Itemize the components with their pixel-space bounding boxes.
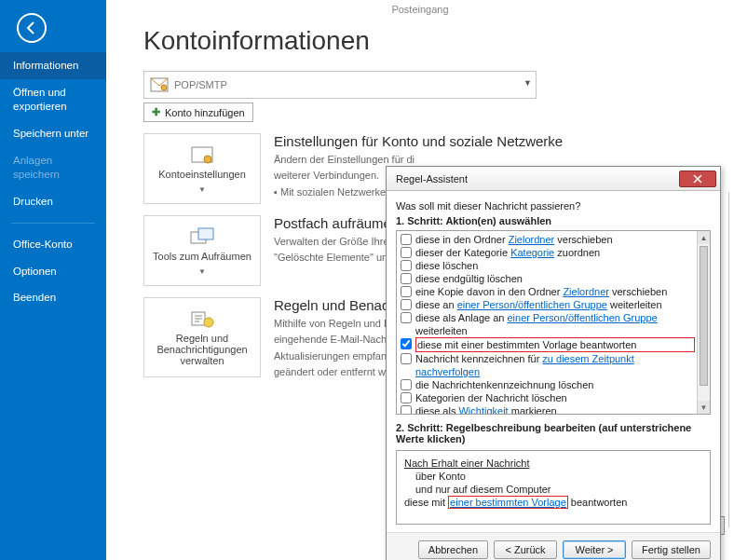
svg-point-1 [161,85,167,90]
rules-icon [189,308,215,329]
actions-listbox[interactable]: diese in den Ordner Zielordner verschieb… [396,230,711,415]
close-icon [693,174,702,184]
action-checkbox[interactable] [401,247,412,258]
card-label: Tools zum Aufräumen [153,251,251,262]
action-item[interactable]: diese endgültig löschen [401,272,697,285]
action-link[interactable]: einer Person/öffentlichen Gruppe [507,312,657,323]
account-dropdown[interactable]: POP/SMTP ▼ [143,71,537,99]
card-tools-aufraeumen[interactable]: Tools zum Aufräumen ▼ [143,215,261,286]
scroll-up-icon[interactable]: ▲ [698,231,710,244]
nav-informationen[interactable]: Informationen [0,52,106,79]
action-link[interactable]: Zielordner [563,286,609,297]
action-text: eine Kopie davon in den Ordner Zielordne… [415,285,667,298]
action-checkbox[interactable] [401,338,412,349]
action-item[interactable]: diese an einer Person/öffentlichen Grupp… [401,298,697,311]
action-checkbox[interactable] [401,353,412,364]
action-text: diese an einer Person/öffentlichen Grupp… [415,298,662,311]
scrollbar[interactable]: ▲ ▼ [697,231,710,414]
action-item[interactable]: diese als Anlage an einer Person/öffentl… [401,311,697,337]
action-item[interactable]: diese als Wichtigkeit markieren [401,404,697,415]
desc-line: und nur auf diesem Computer [415,483,702,496]
action-text: diese in den Ordner Zielordner verschieb… [415,233,613,246]
svg-point-3 [204,156,211,163]
add-account-label: Konto hinzufügen [165,107,245,118]
window-title: Posteingang [106,0,734,19]
action-checkbox[interactable] [401,405,412,415]
rule-description-box[interactable]: Nach Erhalt einer Nachricht über Konto u… [396,450,711,525]
card-kontoeinstellungen[interactable]: Kontoeinstellungen ▼ [143,133,261,204]
nav-anlagen-speichern: Anlagen speichern [0,147,106,188]
action-item[interactable]: diese löschen [401,259,697,272]
action-item[interactable]: die Nachrichtenkennzeichnung löschen [401,378,697,391]
action-checkbox[interactable] [401,234,412,245]
scroll-thumb[interactable] [700,246,708,386]
action-link[interactable]: zu diesem Zeitpunkt nachverfolgen [415,353,634,377]
desc-line: über Konto [415,470,702,483]
back-button[interactable]: < Zurück [494,540,557,559]
action-item[interactable]: Nachricht kennzeichnen für zu diesem Zei… [401,352,697,378]
cancel-button[interactable]: Abbrechen [418,540,488,559]
nav-separator [11,223,95,224]
step2-label: 2. Schritt: Regelbeschreibung bearbeiten… [396,422,711,444]
dialog-titlebar: Regel-Assistent [387,167,720,191]
template-link[interactable]: einer bestimmten Vorlage [448,496,568,509]
svg-point-7 [204,318,213,327]
arrow-left-icon [24,20,39,35]
action-checkbox[interactable] [401,299,412,310]
action-text: Nachricht kennzeichnen für zu diesem Zei… [415,352,697,378]
action-item[interactable]: eine Kopie davon in den Ordner Zielordne… [401,285,697,298]
finish-button[interactable]: Fertig stellen [632,540,711,559]
action-text: die Nachrichtenkennzeichnung löschen [415,378,593,391]
card-regeln-benachrichtigungen[interactable]: Regeln und Benachrichtigungen verwalten [143,297,261,377]
back-button[interactable] [17,13,47,43]
chevron-down-icon: ▼ [198,185,206,194]
dialog-buttons: Abbrechen < Zurück Weiter > Fertig stell… [387,532,720,560]
nav-beenden[interactable]: Beenden [0,284,106,311]
card-label: Regeln und Benachrichtigungen verwalten [148,333,256,366]
action-item[interactable]: Kategorien der Nachricht löschen [401,391,697,404]
nav-office-konto[interactable]: Office-Konto [0,231,106,258]
step1-label: 1. Schritt: Aktion(en) auswählen [396,215,711,226]
action-checkbox[interactable] [401,312,412,323]
settings-icon [189,144,215,165]
action-checkbox[interactable] [401,379,412,390]
sidebar: Informationen Öffnen und exportieren Spe… [0,0,106,560]
action-text: diese löschen [415,259,478,272]
nav-speichern-unter[interactable]: Speichern unter [0,120,106,147]
action-link[interactable]: Wichtigkeit [458,405,508,415]
next-button[interactable]: Weiter > [563,540,626,559]
action-text: diese mit einer bestimmten Vorlage beant… [415,337,695,352]
nav-oeffnen-exportieren[interactable]: Öffnen und exportieren [0,79,106,120]
close-button[interactable] [679,171,716,187]
action-link[interactable]: Kategorie [510,247,554,258]
dialog-title: Regel-Assistent [396,173,679,184]
cleanup-icon [189,226,215,247]
action-item[interactable]: diese mit einer bestimmten Vorlage beant… [401,337,697,352]
action-text: diese als Wichtigkeit markieren [415,404,557,415]
card-label: Kontoeinstellungen [158,169,246,180]
action-checkbox[interactable] [401,260,412,271]
action-text: diese als Anlage an einer Person/öffentl… [415,311,697,337]
action-checkbox[interactable] [401,286,412,297]
right-panel-edge [728,192,734,527]
action-checkbox[interactable] [401,273,412,284]
rule-wizard-dialog: Regel-Assistent Was soll mit dieser Nach… [386,166,721,560]
chevron-down-icon: ▼ [198,267,206,276]
page-heading: Kontoinformationen [143,26,725,56]
nav-optionen[interactable]: Optionen [0,258,106,285]
action-link[interactable]: einer Person/öffentlichen Gruppe [457,299,607,310]
scroll-down-icon[interactable]: ▼ [698,401,710,414]
dialog-question: Was soll mit dieser Nachricht passieren? [396,200,711,212]
action-text: dieser der Kategorie Kategorie zuordnen [415,246,600,259]
svg-rect-5 [198,228,213,239]
account-type-label: POP/SMTP [174,79,227,90]
chevron-down-icon: ▼ [523,78,532,88]
add-account-button[interactable]: ✚ Konto hinzufügen [143,102,253,122]
nav-primary: Informationen Öffnen und exportieren Spe… [0,52,106,311]
action-link[interactable]: Zielordner [509,234,555,245]
nav-drucken[interactable]: Drucken [0,188,106,215]
action-checkbox[interactable] [401,392,412,403]
plus-icon: ✚ [152,106,160,118]
action-item[interactable]: dieser der Kategorie Kategorie zuordnen [401,246,697,259]
action-item[interactable]: diese in den Ordner Zielordner verschieb… [401,233,697,246]
